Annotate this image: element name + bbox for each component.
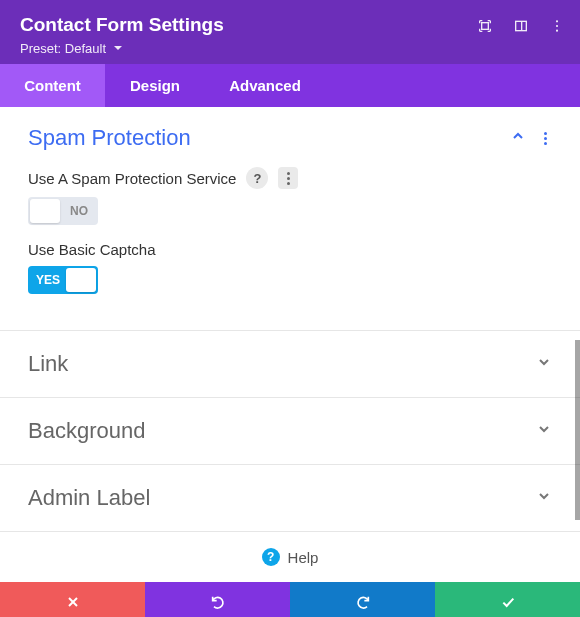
section-spam-title: Spam Protection [28,125,191,151]
field-spam-service: Use A Spam Protection Service ? NO [28,167,552,225]
preset-name: Default [65,41,106,56]
help-icon: ? [262,548,280,566]
tab-advanced[interactable]: Advanced [205,64,325,107]
svg-point-4 [556,25,558,27]
scrollbar[interactable] [575,340,580,520]
basic-captcha-label: Use Basic Captcha [28,241,156,258]
footer-actions [0,582,580,617]
section-admin-label[interactable]: Admin Label [0,465,580,531]
section-spam-toggle[interactable]: Spam Protection [28,125,552,151]
toggle-knob [66,268,96,292]
toggle-label-no: NO [70,204,88,218]
expand-icon [536,421,552,441]
preset-dropdown[interactable]: Preset: Default [20,41,560,56]
section-spam-protection: Spam Protection Use A Spam Protection Se… [0,107,580,330]
section-options-icon[interactable] [538,132,552,145]
spam-service-toggle[interactable]: NO [28,197,98,225]
undo-button[interactable] [145,582,290,617]
header-icons [476,17,566,35]
field-basic-captcha: Use Basic Captcha YES [28,241,552,294]
section-header-icons [510,128,552,148]
toggle-knob [30,199,60,223]
basic-captcha-toggle[interactable]: YES [28,266,98,294]
help-bar[interactable]: ? Help [0,532,580,582]
cancel-button[interactable] [0,582,145,617]
expand-icon [536,488,552,508]
tab-design[interactable]: Design [105,64,205,107]
help-icon[interactable]: ? [246,167,268,189]
expand-icon [536,354,552,374]
toggle-label-yes: YES [36,273,60,287]
spam-service-label: Use A Spam Protection Service [28,170,236,187]
panel-icon[interactable] [512,17,530,35]
svg-point-5 [556,30,558,32]
tab-bar: Content Design Advanced [0,64,580,107]
tab-content[interactable]: Content [0,64,105,107]
section-background-title: Background [28,418,145,444]
more-menu-icon[interactable] [548,17,566,35]
expand-icon[interactable] [476,17,494,35]
preset-prefix: Preset: [20,41,65,56]
section-link[interactable]: Link [0,331,580,397]
field-options-icon[interactable] [278,167,298,189]
save-button[interactable] [435,582,580,617]
section-admin-label-title: Admin Label [28,485,150,511]
redo-button[interactable] [290,582,435,617]
section-background[interactable]: Background [0,398,580,464]
settings-header: Contact Form Settings Preset: Default [0,0,580,64]
panel-content: Spam Protection Use A Spam Protection Se… [0,107,580,582]
svg-point-3 [556,20,558,22]
help-label: Help [288,549,319,566]
svg-rect-0 [482,23,489,30]
collapse-icon[interactable] [510,128,526,148]
section-link-title: Link [28,351,68,377]
